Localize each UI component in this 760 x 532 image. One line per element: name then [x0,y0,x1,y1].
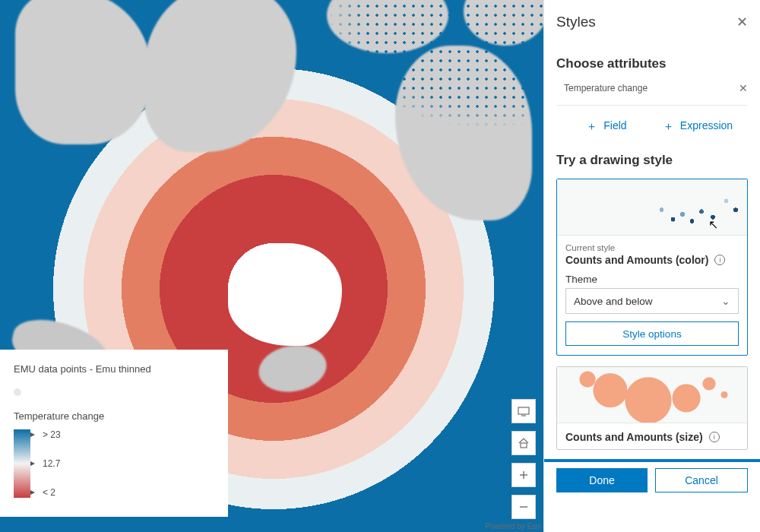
home-button[interactable] [511,431,536,455]
legend-tick-high: > 23 [43,429,61,440]
cursor-icon: ↖ [708,217,718,232]
current-style-label: Current style [565,243,739,252]
point-density [327,0,543,129]
legend-sample-dot [14,388,21,396]
chevron-down-icon: ⌄ [721,295,730,307]
style-card-color[interactable]: ↖ Current style Counts and Amounts (colo… [556,179,748,356]
style-name: Counts and Amounts (color) [565,254,708,266]
zoom-in-button[interactable] [511,463,536,487]
info-icon[interactable]: i [714,255,725,265]
remove-attribute-icon[interactable]: ✕ [739,82,748,94]
drawing-style-title: Try a drawing style [556,153,748,168]
style-options-button[interactable]: Style options [565,321,739,346]
minus-icon [518,501,530,513]
svg-rect-2 [521,443,527,448]
legend-tick-mid: 12.7 [43,458,61,469]
fullscreen-button[interactable] [511,399,536,423]
theme-label: Theme [565,274,739,285]
style-thumb-color: ↖ [557,179,747,236]
svg-rect-0 [518,407,529,414]
style-thumb-size [557,367,747,423]
close-icon[interactable]: ✕ [736,14,748,30]
svg-marker-9 [30,490,35,495]
attribute-chip[interactable]: Temperature change ✕ [556,82,748,106]
choose-attributes-title: Choose attributes [556,56,748,71]
legend-tick-low: < 2 [43,487,61,498]
color-ramp-icon [14,429,35,498]
style-card-size[interactable]: Counts and Amounts (size) i [556,366,748,450]
plus-icon: ＋ [586,120,597,131]
svg-rect-6 [14,429,30,498]
styles-panel: Styles ✕ Choose attributes Temperature c… [543,0,760,532]
info-icon[interactable]: i [709,432,720,442]
style-name: Counts and Amounts (size) [565,431,703,443]
add-field-label: Field [603,119,626,131]
landmass [144,0,296,152]
divider [544,459,760,462]
legend-panel: EMU data points - Emu thinned Temperatur… [0,350,228,517]
theme-value: Above and below [574,296,653,307]
screen-icon [518,405,530,417]
add-expression-label: Expression [680,119,733,131]
zoom-out-button[interactable] [511,495,536,519]
legend-layer-title: EMU data points - Emu thinned [14,363,216,375]
landmass [255,340,330,397]
svg-marker-8 [30,461,35,466]
cancel-button[interactable]: Cancel [655,468,748,492]
panel-title: Styles [556,14,596,30]
add-expression-button[interactable]: ＋ Expression [652,119,743,131]
attribute-label: Temperature change [564,83,648,93]
plus-icon: ＋ [663,120,674,131]
attribution: Powered by Esri [485,522,540,530]
plus-icon [518,469,530,481]
legend-attribute: Temperature change [14,410,216,422]
done-button[interactable]: Done [556,468,648,492]
landmass [15,0,152,144]
home-icon [518,437,530,449]
add-field-button[interactable]: ＋ Field [561,119,652,131]
theme-select[interactable]: Above and below ⌄ [565,288,739,314]
antarctica [228,243,342,346]
svg-marker-7 [30,432,35,437]
